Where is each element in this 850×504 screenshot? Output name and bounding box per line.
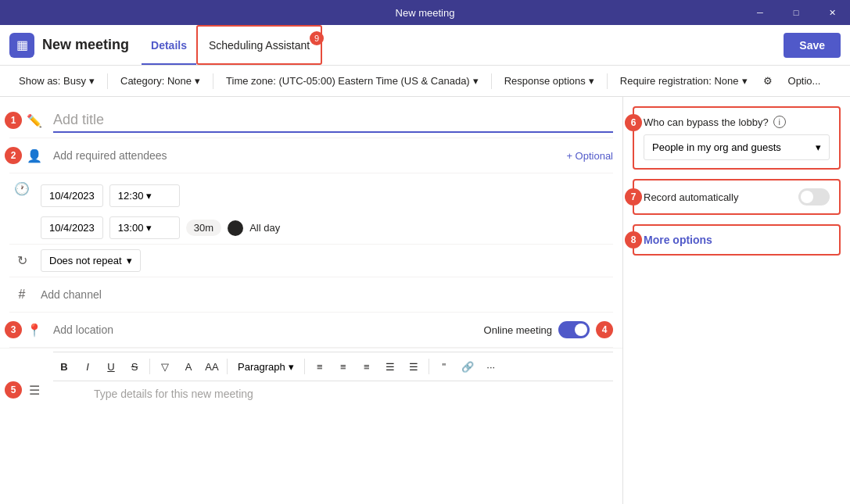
- strikethrough-button[interactable]: S: [124, 356, 145, 377]
- rte-section: 5 ☰ B I U S ▽ A AA Paragraph ▾: [0, 348, 622, 431]
- step-4-badge: 4: [596, 321, 613, 338]
- chevron-down-icon: ▾: [473, 75, 479, 87]
- options-item[interactable]: Optio...: [782, 72, 827, 90]
- window-title: New meeting: [396, 7, 455, 19]
- require-registration-dropdown[interactable]: Require registration: None ▾: [614, 72, 754, 90]
- toolbar-separator-3: [491, 73, 492, 89]
- highlight-button[interactable]: A: [178, 356, 199, 377]
- align-left-button[interactable]: ≡: [309, 356, 331, 377]
- online-meeting-label: Online meeting: [484, 324, 552, 336]
- toolbar-separator-1: [107, 73, 108, 89]
- start-time-field[interactable]: 12:30 ▾: [109, 184, 180, 207]
- start-date-field[interactable]: 10/4/2023: [41, 184, 103, 207]
- location-row: 3 📍 Online meeting 4: [0, 313, 622, 347]
- chevron-down-icon: ▾: [195, 75, 200, 87]
- response-options-dropdown[interactable]: Response options ▾: [498, 72, 601, 90]
- gear-icon-item[interactable]: ⚙: [757, 72, 779, 90]
- attendees-row: 2 👤 + Optional: [0, 138, 622, 173]
- list-icon: ☰: [22, 383, 47, 398]
- lobby-section: Who can bypass the lobby? i People in my…: [633, 106, 841, 170]
- show-as-dropdown[interactable]: Show as: Busy ▾: [13, 72, 101, 90]
- chevron-down-icon: ▾: [589, 75, 594, 87]
- link-button[interactable]: 🔗: [457, 356, 479, 377]
- optional-link[interactable]: + Optional: [566, 150, 613, 162]
- tab-details[interactable]: Details: [142, 25, 196, 65]
- rte-separator-3: [304, 359, 305, 374]
- attendees-content: + Optional: [53, 149, 613, 162]
- main-content: 1 ✏️ 2 👤 + Optional 🕐 10/4/2023: [0, 97, 850, 504]
- end-time-field[interactable]: 13:00 ▾: [109, 216, 180, 239]
- app-icon: ▦: [9, 33, 34, 58]
- bold-button[interactable]: B: [53, 356, 75, 377]
- channel-row: #: [0, 277, 622, 312]
- start-datetime-row: 10/4/2023 12:30 ▾: [41, 181, 613, 210]
- repeat-row: ↻ Does not repeat ▾: [0, 245, 622, 277]
- title-bar: New meeting ─ □ ✕: [0, 0, 850, 25]
- title-input[interactable]: [53, 109, 613, 133]
- all-day-toggle[interactable]: [228, 220, 243, 236]
- location-input[interactable]: [53, 323, 484, 336]
- maximize-button[interactable]: □: [778, 0, 814, 25]
- timezone-dropdown[interactable]: Time zone: (UTC-05:00) Eastern Time (US …: [220, 72, 485, 90]
- category-dropdown[interactable]: Category: None ▾: [114, 72, 206, 90]
- scheduling-badge: 9: [310, 31, 324, 45]
- app-title: New meeting: [42, 37, 129, 53]
- all-day-label: All day: [249, 222, 280, 234]
- attendees-input[interactable]: [53, 149, 566, 162]
- more-options-button[interactable]: More options: [644, 234, 712, 246]
- datetime-icon-row: 🕐 10/4/2023 12:30 ▾ 10/4/2023: [0, 173, 622, 244]
- step-5-badge: 5: [5, 381, 22, 399]
- clock-icon: 🕐: [9, 181, 34, 196]
- paragraph-dropdown[interactable]: Paragraph ▾: [231, 356, 300, 377]
- details-placeholder: Type details for this new meeting: [94, 388, 253, 400]
- step-1-badge: 1: [5, 112, 22, 129]
- list-button[interactable]: ☰: [379, 356, 401, 377]
- chevron-down-icon: ▾: [816, 141, 821, 153]
- italic-button[interactable]: I: [77, 356, 99, 377]
- app-header: ▦ New meeting Details 9 Scheduling Assis…: [0, 25, 850, 66]
- online-meeting-control: Online meeting 4: [484, 321, 613, 338]
- duration-badge: 30m: [186, 220, 221, 236]
- record-section: Record automatically: [633, 179, 841, 215]
- location-icon: 📍: [22, 323, 47, 338]
- underline-button[interactable]: U: [100, 356, 122, 377]
- more-options-section: More options: [633, 224, 841, 256]
- record-toggle[interactable]: [798, 188, 830, 206]
- align-center-button[interactable]: ≡: [332, 356, 354, 377]
- font-size-button[interactable]: AA: [201, 356, 223, 377]
- left-panel: 1 ✏️ 2 👤 + Optional 🕐 10/4/2023: [0, 97, 623, 504]
- online-meeting-toggle[interactable]: [558, 321, 590, 338]
- step-6-badge: 6: [625, 114, 642, 131]
- step-2-badge: 2: [5, 147, 22, 164]
- lobby-info-icon[interactable]: i: [773, 116, 786, 128]
- step-3-badge: 3: [5, 321, 22, 338]
- quote-button[interactable]: ": [433, 356, 455, 377]
- chevron-down-icon: ▾: [289, 361, 294, 373]
- align-right-button[interactable]: ≡: [356, 356, 378, 377]
- rte-separator-2: [227, 359, 228, 374]
- channel-input[interactable]: [41, 288, 613, 301]
- save-button[interactable]: Save: [784, 33, 841, 58]
- record-section-wrapper: 7 Record automatically: [633, 179, 841, 215]
- font-color-button[interactable]: ▽: [154, 356, 176, 377]
- toolbar-separator-4: [607, 73, 608, 89]
- step-7-badge: 7: [625, 188, 642, 206]
- more-options-wrapper: 8 More options: [633, 224, 841, 256]
- chevron-down-icon: ▾: [127, 255, 132, 266]
- gear-icon: ⚙: [763, 75, 773, 87]
- close-button[interactable]: ✕: [814, 0, 850, 25]
- numbered-list-button[interactable]: ☰: [403, 356, 425, 377]
- tab-scheduling-assistant[interactable]: 9 Scheduling Assistant: [196, 25, 322, 65]
- repeat-dropdown[interactable]: Does not repeat ▾: [41, 249, 141, 272]
- lobby-title: Who can bypass the lobby? i: [644, 116, 830, 128]
- step-8-badge: 8: [625, 231, 642, 248]
- rte-content-area[interactable]: Type details for this new meeting: [53, 381, 613, 428]
- end-date-field[interactable]: 10/4/2023: [41, 216, 103, 239]
- minimize-button[interactable]: ─: [742, 0, 778, 25]
- rte-toolbar: B I U S ▽ A AA Paragraph ▾ ≡ ≡: [53, 352, 613, 381]
- chevron-down-icon: ▾: [742, 75, 748, 87]
- lobby-select[interactable]: People in my org and guests ▾: [644, 134, 830, 160]
- record-label: Record automatically: [644, 191, 738, 203]
- more-rte-button[interactable]: ···: [480, 356, 502, 377]
- tab-bar: Details 9 Scheduling Assistant: [142, 25, 322, 65]
